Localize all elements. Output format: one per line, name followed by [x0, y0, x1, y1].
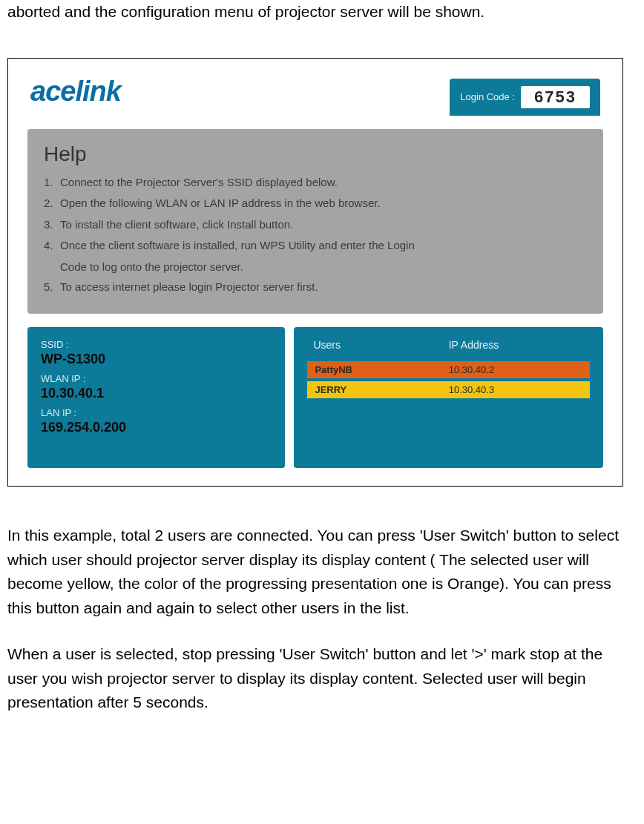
ip-column-header: IP Address	[449, 339, 584, 351]
user-ip: 10.30.40.3	[449, 384, 582, 395]
users-table-header: Users IP Address	[307, 339, 590, 351]
lan-ip-value: 169.254.0.200	[41, 420, 272, 435]
help-item: 2.Open the following WLAN or LAN IP addr…	[44, 193, 587, 214]
ssid-value: WP-S1300	[41, 352, 272, 367]
help-item: 4.Once the client software is installed,…	[44, 235, 587, 257]
login-code-value: 6753	[521, 86, 590, 108]
help-text: Once the client software is installed, r…	[60, 235, 415, 257]
login-code-label: Login Code :	[460, 91, 515, 102]
wlan-ip-value: 10.30.40.1	[41, 386, 272, 401]
user-row-selected: JERRY 10.30.40.3	[307, 381, 590, 398]
user-name: JERRY	[315, 384, 448, 395]
acelink-logo: acelink	[30, 76, 121, 108]
help-title: Help	[44, 142, 587, 166]
help-item-continuation: Code to log onto the projector server.	[44, 257, 587, 277]
doc-top-line: aborted and the configuration menu of pr…	[7, 0, 637, 24]
user-ip: 10.30.40.2	[449, 364, 582, 375]
ssid-label: SSID :	[41, 339, 272, 350]
doc-paragraph-1: In this example, total 2 users are conne…	[7, 524, 637, 620]
screenshot-header: acelink Login Code : 6753	[23, 72, 608, 116]
users-panel: Users IP Address PattyNB 10.30.40.2 JERR…	[294, 327, 603, 468]
help-panel: Help 1.Connect to the Projector Server's…	[27, 129, 603, 314]
user-row-presenting: PattyNB 10.30.40.2	[307, 361, 590, 378]
projector-server-screenshot: acelink Login Code : 6753 Help 1.Connect…	[7, 58, 623, 487]
help-item: 1.Connect to the Projector Server's SSID…	[44, 172, 587, 194]
help-list: 1.Connect to the Projector Server's SSID…	[44, 172, 587, 298]
bottom-info-row: SSID : WP-S1300 WLAN IP : 10.30.40.1 LAN…	[27, 327, 603, 468]
help-text: Connect to the Projector Server's SSID d…	[60, 172, 338, 194]
help-item: 3.To install the client software, click …	[44, 214, 587, 236]
help-text: To access internet please login Projecto…	[60, 277, 318, 298]
help-item: 5.To access internet please login Projec…	[44, 277, 587, 298]
login-code-box: Login Code : 6753	[450, 79, 600, 116]
wlan-ip-label: WLAN IP :	[41, 373, 272, 384]
help-text: Open the following WLAN or LAN IP addres…	[60, 193, 381, 214]
user-name: PattyNB	[315, 364, 448, 375]
help-text: To install the client software, click In…	[60, 214, 293, 236]
doc-paragraph-2: When a user is selected, stop pressing '…	[7, 642, 637, 715]
lan-ip-label: LAN IP :	[41, 407, 272, 418]
network-info-panel: SSID : WP-S1300 WLAN IP : 10.30.40.1 LAN…	[27, 327, 285, 468]
users-column-header: Users	[313, 339, 448, 351]
screenshot-inner: acelink Login Code : 6753 Help 1.Connect…	[16, 66, 615, 479]
